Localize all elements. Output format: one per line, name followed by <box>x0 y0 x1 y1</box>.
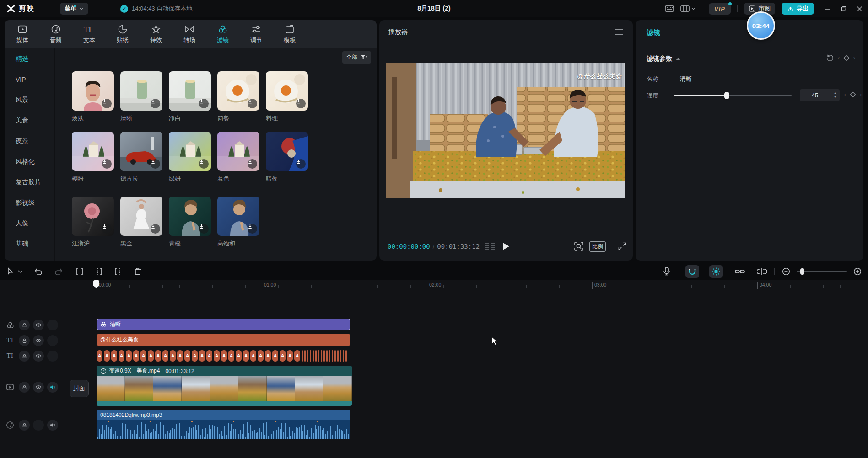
countdown-timer-badge[interactable]: 03:44 <box>747 11 775 40</box>
strength-slider[interactable] <box>674 95 792 96</box>
zoom-slider-handle[interactable] <box>800 268 804 275</box>
track-toggle-placeholder[interactable] <box>33 420 44 431</box>
letter-clip[interactable]: A <box>294 350 300 362</box>
letter-clip-narrow[interactable] <box>310 350 311 362</box>
download-icon[interactable] <box>296 159 306 169</box>
close-button[interactable] <box>857 6 863 12</box>
letter-clip[interactable]: A <box>214 350 220 362</box>
download-icon[interactable] <box>248 99 257 108</box>
letter-clip-narrow[interactable] <box>323 350 325 362</box>
letter-clip[interactable]: A <box>133 350 139 362</box>
letter-clip[interactable]: A <box>148 350 154 362</box>
link-clips-icon[interactable] <box>735 268 745 275</box>
letter-clip[interactable]: A <box>272 350 278 362</box>
download-icon[interactable] <box>296 99 306 108</box>
text-clip[interactable]: @什么社么美食 <box>97 334 350 346</box>
filter-card-高饱和[interactable]: 高饱和 <box>217 197 261 248</box>
slider-handle[interactable] <box>724 92 729 99</box>
snap-magnet-toggle[interactable] <box>685 265 699 278</box>
letter-clip-narrow[interactable] <box>337 350 339 362</box>
letter-clip[interactable]: A <box>177 350 183 362</box>
record-voiceover-icon[interactable] <box>663 267 670 276</box>
letter-clip[interactable]: A <box>119 350 124 362</box>
lock-icon[interactable] <box>19 382 30 393</box>
category-夜景[interactable]: 夜景 <box>5 131 54 151</box>
letter-text-clips[interactable]: AAAAAAAAAAAAAAAAAAAAAAAAAAAA <box>97 350 350 362</box>
download-icon[interactable] <box>151 99 160 108</box>
letter-clip-narrow[interactable] <box>302 350 303 362</box>
letter-clip[interactable]: A <box>104 350 110 362</box>
filter-card-焕肤[interactable]: 焕肤 <box>72 71 116 122</box>
preview-zoom-icon[interactable] <box>574 242 583 251</box>
track-toggle-placeholder[interactable] <box>47 320 58 330</box>
filter-card-暮色[interactable]: 暮色 <box>217 132 261 183</box>
download-icon[interactable] <box>248 224 257 234</box>
filter-card-青橙[interactable]: 青橙 <box>169 197 213 248</box>
reset-icon[interactable] <box>826 54 834 62</box>
filter-thumbnail[interactable] <box>72 197 114 236</box>
letter-clip[interactable]: A <box>250 350 256 362</box>
letter-clip[interactable]: A <box>236 350 242 362</box>
player-menu-icon[interactable] <box>615 29 624 35</box>
lock-icon[interactable] <box>19 351 30 362</box>
lock-icon[interactable] <box>19 335 30 346</box>
prev-keyframe-icon[interactable]: ‹ <box>844 91 846 98</box>
filter-thumbnail[interactable] <box>120 132 162 171</box>
download-icon[interactable] <box>151 224 160 234</box>
category-风格化[interactable]: 风格化 <box>5 151 54 172</box>
letter-clip-narrow[interactable] <box>340 350 341 362</box>
download-icon[interactable] <box>102 159 112 169</box>
filter-thumbnail[interactable] <box>169 197 211 236</box>
letter-clip-narrow[interactable] <box>321 350 322 362</box>
strength-stepper[interactable]: ▲▼ <box>830 89 840 101</box>
letter-clip-narrow[interactable] <box>345 350 347 362</box>
filter-card-樱粉[interactable]: 樱粉 <box>72 132 116 183</box>
category-VIP[interactable]: VIP <box>5 69 54 90</box>
category-风景[interactable]: 风景 <box>5 90 54 110</box>
play-button[interactable] <box>502 242 510 250</box>
delete-button[interactable] <box>134 267 142 276</box>
split-keep-right-tool[interactable] <box>113 267 123 276</box>
download-icon[interactable] <box>102 224 112 234</box>
filter-thumbnail[interactable] <box>266 132 308 171</box>
unlink-clips-icon[interactable] <box>757 268 767 275</box>
strength-value-input[interactable]: 45 <box>800 89 830 101</box>
speaker-icon[interactable] <box>47 420 58 431</box>
letter-clip[interactable]: A <box>280 350 286 362</box>
letter-clip[interactable]: A <box>265 350 271 362</box>
minimize-button[interactable] <box>825 6 831 12</box>
video-preview[interactable]: @什么社么美食 <box>386 63 625 198</box>
filter-card-料理[interactable]: 料理 <box>266 71 310 122</box>
audio-clip[interactable]: 08181402Dqliw.mp3.mp3 <box>97 410 350 439</box>
auto-preview-toggle[interactable] <box>709 265 723 278</box>
filter-card-德古拉[interactable]: 德古拉 <box>120 132 164 183</box>
letter-clip[interactable]: A <box>140 350 146 362</box>
download-icon[interactable] <box>199 99 209 108</box>
category-人像[interactable]: 人像 <box>5 213 54 234</box>
letter-clip[interactable]: A <box>287 350 293 362</box>
select-tool[interactable] <box>6 267 14 276</box>
category-基础[interactable]: 基础 <box>5 234 54 254</box>
export-button[interactable]: 导出 <box>782 3 814 15</box>
keyframe-diamond-icon[interactable] <box>850 91 856 98</box>
letter-clip-narrow[interactable] <box>329 350 330 362</box>
filter-card-清晰[interactable]: 清晰 <box>120 71 164 122</box>
menu-button[interactable]: 菜单 <box>60 3 88 15</box>
filter-clip[interactable]: 清晰 <box>97 319 350 330</box>
select-tool-dropdown[interactable] <box>18 270 22 273</box>
filter-thumbnail[interactable] <box>120 197 162 236</box>
eye-icon[interactable] <box>33 320 44 330</box>
download-icon[interactable] <box>151 159 160 169</box>
filter-thumbnail[interactable] <box>217 71 259 111</box>
download-icon[interactable] <box>199 224 209 234</box>
filter-thumbnail[interactable] <box>72 132 114 171</box>
split-keep-left-tool[interactable] <box>94 267 103 276</box>
filter-card-暗夜[interactable]: 暗夜 <box>266 132 310 183</box>
lock-icon[interactable] <box>19 420 30 431</box>
category-美食[interactable]: 美食 <box>5 110 54 131</box>
filter-thumbnail[interactable] <box>217 197 259 236</box>
aspect-ratio-button[interactable]: 比例 <box>589 241 606 252</box>
track-toggle-placeholder[interactable] <box>47 335 58 346</box>
letter-clip[interactable]: A <box>199 350 205 362</box>
eye-icon[interactable] <box>33 382 44 393</box>
